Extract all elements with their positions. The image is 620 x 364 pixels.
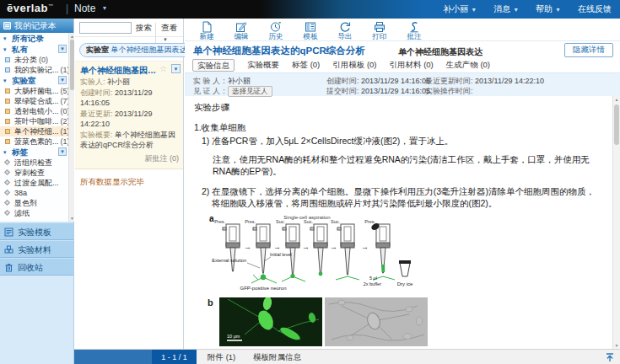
view-dropdown[interactable]: 查看▼ — [155, 23, 183, 43]
svg-text:Suc.: Suc. — [304, 219, 313, 224]
svg-text:5 μl: 5 μl — [369, 276, 377, 281]
experiment-list-panel: 搜索 查看▼ 实验室 单个神经细胞基因表达 单个神经细胞基因表达... ☆ ▼ … — [75, 19, 184, 349]
search-button[interactable]: 搜索 — [136, 23, 152, 34]
svg-text:→: → — [273, 243, 281, 251]
scroll-down-icon[interactable]: ▼ — [69, 216, 75, 221]
sidebar-section-laboratory[interactable]: ▾实验室▼ — [0, 75, 68, 86]
chevron-down-icon: ▼ — [555, 7, 561, 13]
print-icon — [374, 21, 385, 33]
triangle-down-icon: ▾ — [3, 75, 7, 86]
section-dropdown-icon[interactable]: ▼ — [58, 147, 67, 156]
feedback-link[interactable]: 在线反馈 — [578, 0, 612, 19]
template-button[interactable]: 模板 — [298, 20, 323, 40]
annotate-icon — [408, 21, 420, 33]
triangle-down-icon: ▾ — [3, 33, 7, 44]
tab-experiment-summary[interactable]: 实验概要 — [247, 60, 279, 71]
sidebar-section-tags[interactable]: ▾标签▼ — [0, 147, 68, 158]
figure-2: a Single-cell aspiration Pres. Pr — [208, 212, 602, 349]
attachments-tab[interactable]: 附件 (1) — [208, 350, 235, 364]
experiment-card[interactable]: 单个神经细胞基因表达... ☆ ▼ 实验人: 补小丽 创建时间: 2013/11… — [75, 62, 183, 169]
scroll-down-icon[interactable]: ▼ — [613, 343, 620, 348]
sidebar-tag-4[interactable]: 38a — [0, 188, 68, 198]
export-icon — [339, 21, 351, 33]
tab-generated-products[interactable]: 生成产物 (0) — [446, 60, 490, 71]
print-button[interactable]: 打印 — [367, 20, 392, 40]
product-name: Note — [74, 3, 95, 14]
sidebar-item-my-experiments[interactable]: 我的实验记...(1) — [0, 65, 68, 75]
sidebar-header-my-notebooks[interactable]: 我的记录本 — [0, 19, 73, 33]
sidebar-section-private[interactable]: ▾私有▼ — [0, 44, 68, 55]
tab-referenced-materials[interactable]: 引用材料 (0) — [390, 60, 434, 71]
sidebar-item-lab-2[interactable]: 翠绿啶合成...(7) — [0, 96, 68, 106]
svg-text:→: → — [361, 243, 369, 251]
sidebar-item-uncategorized[interactable]: 未分类(0) — [0, 55, 68, 65]
notebook-icon — [5, 67, 10, 72]
detail-toolbar: 新建 编辑 历史 模板 导出 打印 — [185, 19, 620, 41]
sidebar-item-materials[interactable]: 实验材料 — [0, 240, 73, 258]
tag-icon — [4, 190, 10, 195]
sidebar-item-lab-6[interactable]: 菠菜色素的...(1) — [0, 136, 68, 147]
template-attached-info-tab[interactable]: 模板附属信息 — [253, 350, 301, 364]
sidebar-item-all-records[interactable]: ▾所有记录 — [0, 33, 68, 44]
card-experimenter: 实验人: 补小丽 — [80, 77, 179, 88]
search-input[interactable] — [79, 22, 132, 34]
card-summary: 实验概要: 单个神经细胞基因表达的qPCR综合分析 — [80, 130, 179, 151]
sidebar-scrollbar[interactable]: ▲ ▼ — [68, 33, 74, 222]
scrollbar-thumb[interactable] — [70, 40, 74, 90]
sidebar-tag-2[interactable]: 穿刺检查 — [0, 168, 68, 178]
hide-details-button[interactable]: 隐藏详情 — [564, 43, 613, 57]
export-button[interactable]: 导出 — [332, 20, 358, 40]
figure-b-microscopy-grid: b 10 μm — [208, 297, 602, 349]
history-button[interactable]: 历史 — [263, 20, 288, 40]
sidebar-item-lab-5-selected[interactable]: 单个神经细...(1) — [0, 126, 68, 136]
edit-button[interactable]: 编辑 — [229, 20, 254, 40]
sidebar-item-lab-4[interactable]: 茶叶中咖啡...(2) — [0, 116, 68, 126]
everlab-logo: ēverlab™ — [7, 2, 54, 14]
experiment-title: 单个神经细胞基因表达的qPCR综合分析 — [193, 45, 365, 57]
section-dropdown-icon[interactable]: ▼ — [58, 45, 67, 53]
dry-ice-label: Dry ice — [397, 281, 413, 286]
scrollbar-thumb[interactable] — [614, 104, 619, 145]
messages-menu[interactable]: 消息▼ — [493, 0, 519, 19]
tab-tags[interactable]: 标签 (0) — [292, 60, 320, 71]
detail-tabs: 实验信息 实验概要 标签 (0) 引用模板 (0) 引用材料 (0) 生成产物 … — [185, 58, 620, 72]
logo-separator: | — [66, 3, 68, 14]
svg-text:Pres.: Pres. — [364, 219, 375, 224]
star-icon[interactable]: ☆ — [159, 64, 167, 73]
back-to-top-icon[interactable] — [605, 352, 615, 362]
tab-referenced-templates[interactable]: 引用模板 (0) — [332, 60, 376, 71]
new-button[interactable]: 新建 — [194, 20, 219, 40]
experiment-icon — [5, 109, 10, 114]
help-menu[interactable]: 帮助▼ — [536, 0, 561, 19]
card-dropdown-icon[interactable]: ▼ — [171, 64, 181, 73]
content-scrollbar[interactable]: ▲ ▼ — [612, 96, 620, 349]
detail-header: 单个神经细胞基因表达的qPCR综合分析 单个神经细胞基因表达 隐藏详情 — [185, 41, 620, 58]
annotate-button[interactable]: 批注 — [402, 20, 427, 40]
section-dropdown-icon[interactable]: ▼ — [58, 76, 67, 84]
sidebar-item-templates[interactable]: 实验模板 — [0, 222, 73, 240]
experiment-icon — [5, 119, 10, 124]
sidebar-item-recycle-bin[interactable]: 回收站 — [0, 258, 73, 276]
tab-experiment-info[interactable]: 实验信息 — [192, 59, 235, 72]
scroll-up-icon[interactable]: ▲ — [69, 34, 75, 39]
experiment-card-title[interactable]: 单个神经细胞基因表达... — [80, 65, 161, 77]
sidebar-item-lab-1[interactable]: 大肠杆菌电...(5) — [0, 86, 68, 96]
filter-chip[interactable]: 实验室 单个神经细胞基因表达 — [79, 43, 194, 57]
search-row: 搜索 查看▼ — [75, 19, 183, 37]
annotation-link[interactable]: 新批注 (0) — [80, 153, 179, 164]
step1-note: 注意，使用无RNA酶的耗材和整个过程避免RNA的污染(清洁工作区，戴上手套，口罩… — [194, 154, 602, 178]
sidebar-tag-5[interactable]: 显色剂 — [0, 198, 68, 208]
chevron-down-icon: ▼ — [163, 37, 168, 42]
user-menu[interactable]: 补小丽▼ — [443, 0, 477, 19]
sidebar-item-lab-3[interactable]: 透射电镜小...(0) — [0, 106, 68, 116]
sidebar-bottom: 实验模板 实验材料 回收站 — [0, 222, 73, 276]
product-chevron-down-icon[interactable]: ▾ — [103, 4, 106, 12]
sidebar-tag-3[interactable]: 过渡金属配... — [0, 178, 68, 188]
scroll-up-icon[interactable]: ▲ — [613, 97, 620, 102]
sidebar-tag-6[interactable]: 滤纸 — [0, 208, 68, 218]
sidebar-tag-1[interactable]: 活组织检查 — [0, 158, 68, 168]
sidebar-tree: ▾所有记录 ▾私有▼ 未分类(0) 我的实验记...(1) ▾实验室▼ 大肠杆菌… — [0, 33, 68, 222]
detail-panel: 新建 编辑 历史 模板 导出 打印 — [185, 19, 620, 349]
step1-title: 1.收集单细胞 — [194, 122, 602, 134]
triangle-down-icon: ▾ — [3, 44, 7, 55]
